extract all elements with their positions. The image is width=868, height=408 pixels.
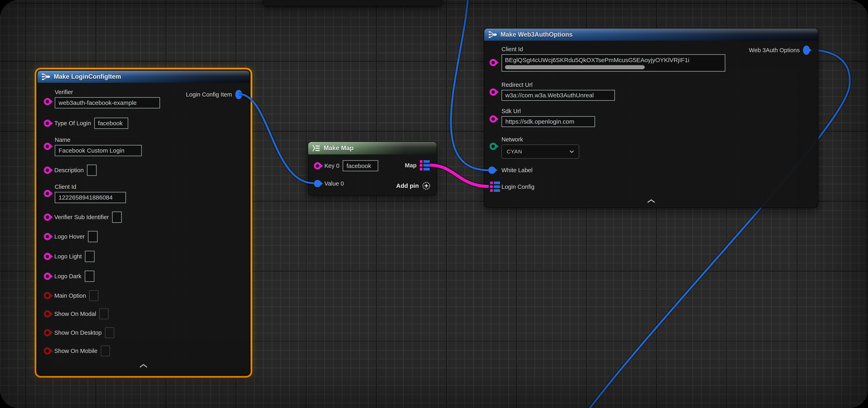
field-client-id: Client Id 1222658941886084 — [55, 183, 126, 203]
show-on-mobile-checkbox[interactable] — [101, 345, 110, 356]
node-make-login-config-item[interactable]: Make LoginConfigItem Login Config Item V… — [37, 70, 250, 375]
type-of-login-input[interactable]: facebook — [94, 117, 128, 129]
collapse-node-button[interactable] — [140, 364, 148, 369]
add-pin-icon — [422, 181, 431, 190]
pin-white-label[interactable] — [488, 167, 496, 174]
white-label-label: White Label — [501, 167, 532, 174]
sdk-url-value: https://sdk.openlogin.com — [505, 118, 574, 125]
name-input[interactable]: Facebook Custom Login — [55, 145, 142, 156]
client-id-scrollbar[interactable] — [505, 65, 645, 69]
pin-client-id[interactable] — [490, 59, 497, 66]
pin-name[interactable] — [44, 143, 51, 150]
main-option-checkbox[interactable] — [89, 290, 98, 301]
logo-light-input[interactable] — [85, 251, 95, 262]
add-pin-label: Add pin — [396, 182, 419, 189]
pin-value-0[interactable] — [314, 180, 321, 187]
field-type-of-login: Type Of Login facebook — [44, 117, 128, 129]
redirect-url-value: w3a://com.w3a.Web3AuthUnreal — [505, 92, 594, 99]
field-sdk-url: Sdk Url https://sdk.openlogin.com — [501, 108, 595, 127]
wire-login-config-item-halo — [239, 94, 314, 183]
logo-hover-input[interactable] — [88, 231, 98, 242]
field-label: Value 0 — [324, 180, 344, 187]
field-logo-light: Logo Light — [44, 251, 95, 262]
wire-map-halo — [430, 165, 489, 186]
verifier-sub-identifier-input[interactable] — [112, 211, 122, 223]
field-show-on-desktop: Show On Desktop — [44, 327, 114, 338]
pin-show-on-modal[interactable] — [44, 310, 51, 317]
pin-web3auth-options-output[interactable] — [803, 45, 810, 55]
offscreen-node-bottom[interactable] — [263, 0, 442, 6]
network-dropdown[interactable]: CYAN — [501, 144, 579, 159]
field-logo-dark: Logo Dark — [44, 271, 94, 282]
key-0-input[interactable]: facebook — [343, 160, 378, 171]
sdk-url-input[interactable]: https://sdk.openlogin.com — [501, 116, 595, 127]
pin-main-option[interactable] — [44, 292, 51, 299]
wire-map-to-login-config[interactable] — [430, 165, 489, 186]
node-header-make-web3auth-options[interactable]: Make Web3AuthOptions — [484, 29, 818, 41]
pin-verifier-sub-identifier[interactable] — [44, 213, 51, 221]
field-value-0: Value 0 — [314, 180, 344, 187]
field-redirect-url: Redirect Url w3a://com.w3a.Web3AuthUnrea… — [501, 81, 615, 101]
graph-grid[interactable]: Make LoginConfigItem Login Config Item V… — [0, 0, 868, 408]
pin-logo-dark[interactable] — [44, 273, 51, 280]
pin-type-of-login[interactable] — [44, 120, 51, 127]
field-label: Name — [55, 137, 142, 143]
node-make-map[interactable]: Make Map Key 0 facebook Map Value — [308, 141, 437, 196]
pin-login-config[interactable] — [490, 181, 500, 192]
field-verifier-sub-identifier: Verifier Sub Identifier — [44, 211, 122, 223]
output-label: Login Config Item — [186, 91, 232, 98]
field-show-on-modal: Show On Modal — [44, 308, 108, 319]
chevron-up-icon — [647, 199, 655, 203]
pin-show-on-mobile[interactable] — [44, 347, 51, 354]
pin-key-0[interactable] — [314, 162, 321, 169]
client-id-input[interactable]: 1222658941886084 — [55, 192, 126, 203]
pin-map-output[interactable] — [420, 160, 430, 171]
logo-dark-input[interactable] — [85, 271, 94, 282]
output-label: Web 3Auth Options — [749, 47, 800, 54]
output-label: Map — [405, 162, 416, 169]
field-label: Verifier — [55, 89, 160, 96]
pin-logo-hover[interactable] — [44, 233, 51, 240]
verifier-input[interactable]: web3auth-facebook-example — [55, 97, 160, 108]
client-id-value: BEglQSgt4cUWcj6SKRdu5QkOXTsePmMcusG5EAoy… — [505, 57, 689, 64]
pin-description[interactable] — [44, 167, 51, 174]
node-title: Make Map — [323, 144, 353, 152]
pin-verifier[interactable] — [44, 98, 51, 105]
blueprint-graph-canvas[interactable]: Make LoginConfigItem Login Config Item V… — [0, 0, 868, 408]
field-key-0: Key 0 facebook — [314, 160, 378, 171]
pin-logo-light[interactable] — [44, 253, 51, 260]
collapse-node-button[interactable] — [647, 199, 655, 204]
wire-to-white-label[interactable] — [451, 0, 488, 170]
field-label: Sdk Url — [501, 108, 595, 114]
output-row-web3auth-options: Web 3Auth Options — [749, 45, 810, 55]
description-input[interactable] — [87, 165, 97, 176]
pin-login-config-item-output[interactable] — [235, 90, 242, 99]
field-label: Show On Desktop — [54, 330, 102, 336]
field-label: Show On Mobile — [54, 348, 97, 354]
field-logo-hover: Logo Hover — [44, 231, 98, 242]
field-verifier: Verifier web3auth-facebook-example — [55, 89, 160, 108]
name-value: Facebook Custom Login — [59, 147, 124, 154]
pin-client-id[interactable] — [44, 190, 51, 197]
make-struct-icon — [41, 73, 51, 80]
redirect-url-input[interactable]: w3a://com.w3a.Web3AuthUnreal — [501, 90, 615, 101]
wire-login-config-item-to-value0[interactable] — [239, 94, 314, 183]
node-make-web3auth-options[interactable]: Make Web3AuthOptions Web 3Auth Options C… — [484, 28, 818, 208]
field-client-id: Client Id BEglQSgt4cUWcj6SKRdu5QkOXTsePm… — [501, 46, 725, 72]
show-on-modal-checkbox[interactable] — [99, 308, 108, 319]
output-row-login-config-item: Login Config Item — [186, 90, 242, 99]
client-id-input[interactable]: BEglQSgt4cUWcj6SKRdu5QkOXTsePmMcusG5EAoy… — [501, 54, 725, 72]
field-label: Type Of Login — [54, 120, 91, 127]
node-header-make-map[interactable]: Make Map — [308, 142, 437, 155]
pin-sdk-url[interactable] — [490, 115, 497, 123]
field-show-on-mobile: Show On Mobile — [44, 345, 110, 356]
pin-show-on-desktop[interactable] — [44, 329, 51, 336]
wire-white-label-halo — [451, 0, 488, 170]
pin-redirect-url[interactable] — [490, 89, 497, 96]
node-header-make-login-config-item[interactable]: Make LoginConfigItem — [37, 71, 249, 83]
field-description: Description — [44, 165, 97, 176]
field-main-option: Main Option — [44, 290, 98, 301]
show-on-desktop-checkbox[interactable] — [105, 327, 114, 338]
add-pin-button[interactable]: Add pin — [396, 181, 431, 190]
pin-network[interactable] — [490, 143, 497, 150]
